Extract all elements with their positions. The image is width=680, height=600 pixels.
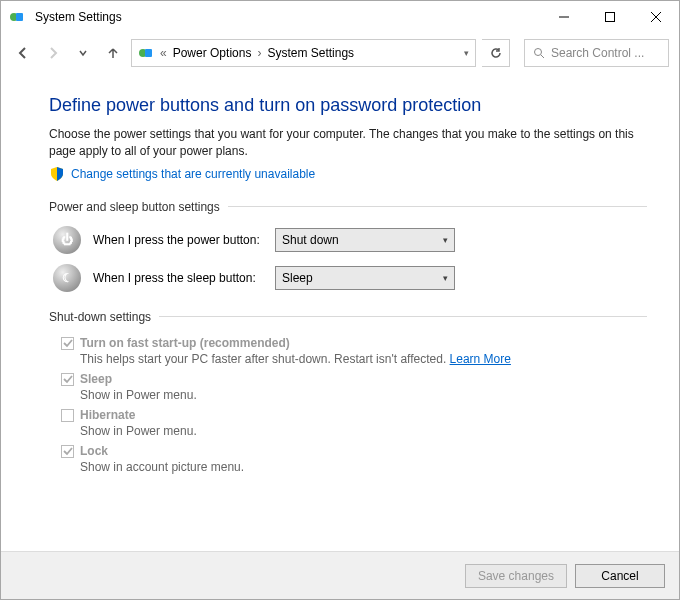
- save-button[interactable]: Save changes: [465, 564, 567, 588]
- power-select[interactable]: Shut down ▾: [275, 228, 455, 252]
- checkbox-desc: Show in Power menu.: [80, 424, 197, 438]
- checkbox[interactable]: [61, 409, 74, 422]
- checkbox-title: Hibernate: [80, 408, 135, 422]
- navbar: « Power Options › System Settings ▾ Sear…: [1, 33, 679, 73]
- group-shutdown: Shut-down settings: [49, 310, 647, 324]
- checkbox-row: Sleep Show in Power menu.: [61, 372, 647, 402]
- learn-more-link[interactable]: Learn More: [450, 352, 511, 366]
- select-value: Sleep: [282, 271, 313, 285]
- forward-button[interactable]: [41, 41, 65, 65]
- cancel-button[interactable]: Cancel: [575, 564, 665, 588]
- sleep-icon: ☾: [53, 264, 81, 292]
- search-icon: [533, 47, 545, 59]
- power-button-row: ⏻ When I press the power button: Shut do…: [53, 226, 647, 254]
- checkbox-desc: Show in account picture menu.: [80, 460, 244, 474]
- checkbox[interactable]: [61, 373, 74, 386]
- chevron-right-icon: ›: [257, 46, 261, 60]
- checkbox-row: Turn on fast start-up (recommended) This…: [61, 336, 647, 366]
- maximize-button[interactable]: [587, 1, 633, 33]
- breadcrumb-item[interactable]: System Settings: [267, 46, 354, 60]
- row-label: When I press the power button:: [93, 233, 263, 247]
- shield-icon: [49, 166, 65, 182]
- chevron-down-icon[interactable]: ▾: [464, 48, 469, 58]
- app-icon: [9, 9, 25, 25]
- search-placeholder: Search Control ...: [551, 46, 644, 60]
- checkbox-row: Hibernate Show in Power menu.: [61, 408, 647, 438]
- chevron-down-icon: ▾: [443, 273, 448, 283]
- location-icon: [138, 45, 154, 61]
- power-icon: ⏻: [53, 226, 81, 254]
- group-power-sleep: Power and sleep button settings: [49, 200, 647, 214]
- address-bar[interactable]: « Power Options › System Settings ▾: [131, 39, 476, 67]
- sleep-select[interactable]: Sleep ▾: [275, 266, 455, 290]
- select-value: Shut down: [282, 233, 339, 247]
- page-description: Choose the power settings that you want …: [49, 126, 647, 160]
- change-settings-link[interactable]: Change settings that are currently unava…: [71, 167, 315, 181]
- window-title: System Settings: [31, 10, 541, 24]
- minimize-button[interactable]: [541, 1, 587, 33]
- checkbox-title: Turn on fast start-up (recommended): [80, 336, 290, 350]
- close-button[interactable]: [633, 1, 679, 33]
- svg-rect-7: [145, 49, 152, 57]
- breadcrumb-sep: «: [160, 46, 167, 60]
- chevron-down-icon: ▾: [443, 235, 448, 245]
- svg-rect-3: [606, 13, 615, 22]
- breadcrumb-item[interactable]: Power Options: [173, 46, 252, 60]
- up-button[interactable]: [101, 41, 125, 65]
- back-button[interactable]: [11, 41, 35, 65]
- footer: Save changes Cancel: [1, 551, 679, 599]
- page-heading: Define power buttons and turn on passwor…: [49, 95, 647, 116]
- titlebar: System Settings: [1, 1, 679, 33]
- svg-line-9: [541, 55, 544, 58]
- search-input[interactable]: Search Control ...: [524, 39, 669, 67]
- refresh-button[interactable]: [482, 39, 510, 67]
- svg-point-8: [535, 49, 542, 56]
- checkbox-row: Lock Show in account picture menu.: [61, 444, 647, 474]
- row-label: When I press the sleep button:: [93, 271, 263, 285]
- checkbox-title: Lock: [80, 444, 108, 458]
- checkbox[interactable]: [61, 445, 74, 458]
- svg-rect-1: [16, 13, 23, 21]
- checkbox-desc: This helps start your PC faster after sh…: [80, 352, 511, 366]
- checkbox-title: Sleep: [80, 372, 112, 386]
- checkbox-desc: Show in Power menu.: [80, 388, 197, 402]
- checkbox[interactable]: [61, 337, 74, 350]
- sleep-button-row: ☾ When I press the sleep button: Sleep ▾: [53, 264, 647, 292]
- recent-dropdown[interactable]: [71, 41, 95, 65]
